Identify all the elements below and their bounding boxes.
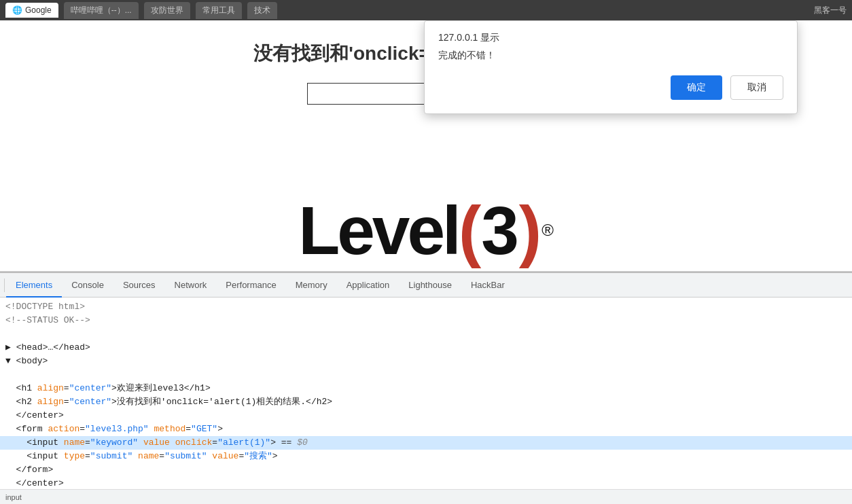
tab-sources[interactable]: Sources bbox=[113, 273, 165, 298]
browser-tab-bar: 🌐 Google 哔哩哔哩（--）... 攻防世界 常用工具 技术 黑客一号 bbox=[0, 0, 852, 20]
tab-console[interactable]: Console bbox=[62, 273, 113, 298]
tab-lighthouse[interactable]: Lighthouse bbox=[399, 273, 461, 298]
code-line-8: <h2 align="center">没有找到和'onclick='alert(… bbox=[0, 395, 852, 409]
code-line-3 bbox=[0, 327, 852, 341]
alert-cancel-button[interactable]: 取消 bbox=[730, 75, 783, 100]
code-line-2: <!--STATUS OK--> bbox=[0, 314, 852, 327]
alert-dialog: 127.0.0.1 显示 完成的不错！ 确定 取消 bbox=[424, 20, 798, 114]
logo-paren-close: ) bbox=[519, 192, 542, 270]
devtools-status-bar: input bbox=[0, 489, 852, 504]
tab-performance[interactable]: Performance bbox=[216, 273, 285, 298]
alert-buttons: 确定 取消 bbox=[438, 75, 783, 100]
logo-paren-open: ( bbox=[459, 192, 481, 270]
logo-registered: ® bbox=[542, 221, 554, 240]
tab-memory[interactable]: Memory bbox=[286, 273, 337, 298]
code-line-10: <form action="level3.php" method="GET"> bbox=[0, 422, 852, 436]
tab-ctf[interactable]: 攻防世界 bbox=[144, 2, 190, 19]
alert-title: 127.0.0.1 显示 bbox=[438, 32, 783, 44]
tab-elements[interactable]: Elements bbox=[6, 273, 62, 298]
code-line-9: </center> bbox=[0, 409, 852, 422]
browser-menu[interactable]: 黑客一号 bbox=[814, 5, 847, 16]
code-line-1: <!DOCTYPE html> bbox=[0, 300, 852, 314]
browser-viewport: 127.0.0.1 显示 完成的不错！ 确定 取消 没有找到和'onclick=… bbox=[0, 20, 852, 272]
google-icon: 🌐 bbox=[12, 5, 22, 15]
code-line-12: <input type="submit" name="submit" value… bbox=[0, 450, 852, 463]
tab-bilibili[interactable]: 哔哩哔哩（--）... bbox=[64, 2, 139, 19]
logo-number: 3 bbox=[481, 192, 519, 270]
code-line-13: </form> bbox=[0, 463, 852, 477]
tab-hackbar[interactable]: HackBar bbox=[461, 273, 514, 298]
tab-google[interactable]: 🌐 Google bbox=[5, 3, 58, 18]
tab-divider-left bbox=[4, 278, 5, 292]
logo-text: Level bbox=[298, 196, 459, 264]
code-line-5: ▼ <body> bbox=[0, 355, 852, 368]
tab-tech[interactable]: 技术 bbox=[247, 2, 277, 19]
code-line-6 bbox=[0, 368, 852, 382]
code-line-11-highlighted[interactable]: <input name="keyword" value onclick="ale… bbox=[0, 436, 852, 450]
devtools-elements-content[interactable]: <!DOCTYPE html> <!--STATUS OK--> ▶ <head… bbox=[0, 298, 852, 489]
status-label: input bbox=[5, 493, 22, 501]
tab-tools[interactable]: 常用工具 bbox=[196, 2, 242, 19]
tab-application[interactable]: Application bbox=[337, 273, 400, 298]
alert-message: 完成的不错！ bbox=[438, 50, 783, 62]
code-line-4: ▶ <head>…</head> bbox=[0, 341, 852, 355]
logo-area: Level ( 3 ) ® bbox=[188, 190, 664, 271]
code-line-7: <h1 align="center">欢迎来到level3</h1> bbox=[0, 382, 852, 395]
devtools-panel: Elements Console Sources Network Perform… bbox=[0, 272, 852, 504]
devtools-tab-bar: Elements Console Sources Network Perform… bbox=[0, 273, 852, 298]
tab-network[interactable]: Network bbox=[165, 273, 217, 298]
alert-ok-button[interactable]: 确定 bbox=[671, 75, 722, 100]
code-line-14: </center> bbox=[0, 477, 852, 489]
